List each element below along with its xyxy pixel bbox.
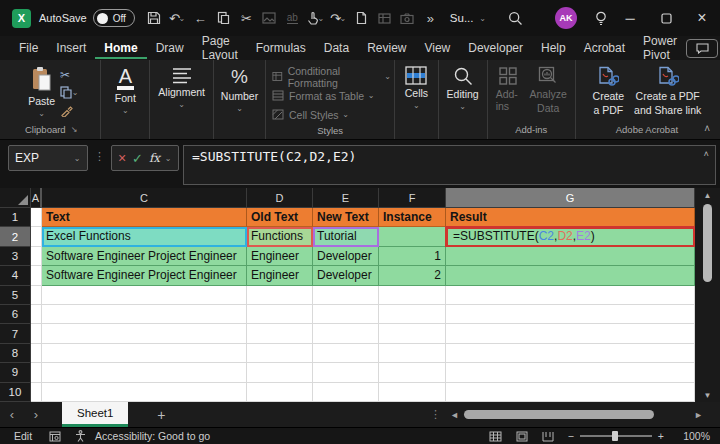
- zoom-slider-thumb[interactable]: [612, 431, 618, 441]
- cell-G6[interactable]: [446, 305, 695, 324]
- cell-A3[interactable]: [31, 247, 42, 266]
- cell-G9[interactable]: [446, 363, 695, 382]
- scroll-right-icon[interactable]: ►: [694, 410, 703, 420]
- zoom-level[interactable]: 100%: [678, 430, 710, 442]
- name-box[interactable]: EXP ⌄: [8, 145, 88, 171]
- cell-F4[interactable]: 2: [379, 266, 446, 285]
- editing-button[interactable]: Editing ⌄: [442, 65, 484, 112]
- cut-icon[interactable]: ✂: [235, 5, 258, 31]
- alignment-button[interactable]: Alignment ⌄: [153, 65, 210, 110]
- cut-button[interactable]: ✂: [60, 67, 79, 82]
- cell-A10[interactable]: [31, 383, 42, 402]
- cell-D4[interactable]: Engineer: [247, 266, 313, 285]
- row-header-2[interactable]: 2: [0, 227, 31, 246]
- cell-D7[interactable]: [247, 324, 313, 343]
- scroll-left-icon[interactable]: ◄: [450, 410, 459, 420]
- horizontal-scrollbar-thumb[interactable]: [464, 410, 654, 419]
- insert-function-icon[interactable]: fx: [149, 151, 160, 165]
- normal-view-icon[interactable]: [489, 431, 502, 442]
- cell-G1[interactable]: Result: [446, 208, 695, 227]
- cancel-entry-icon[interactable]: ×: [118, 150, 126, 166]
- cell-G10[interactable]: [446, 383, 695, 402]
- comments-button[interactable]: [686, 39, 718, 58]
- font-button[interactable]: A Font ⌄: [110, 65, 141, 116]
- formula-input[interactable]: =SUBSTITUTE(C2,D2,E2) ˄: [183, 145, 716, 185]
- copy-chevron-icon[interactable]: ⌄: [71, 88, 79, 97]
- cell-A7[interactable]: [31, 324, 42, 343]
- cell-D1[interactable]: Old Text: [247, 208, 313, 227]
- cell-E5[interactable]: [313, 286, 379, 305]
- vertical-scrollbar-thumb[interactable]: [703, 204, 712, 282]
- scroll-down-icon[interactable]: ▼: [704, 388, 712, 402]
- row-header-7[interactable]: 7: [0, 324, 31, 343]
- tab-file[interactable]: File: [10, 38, 47, 59]
- cells-button[interactable]: Cells ⌄: [400, 65, 433, 111]
- cell-C6[interactable]: [42, 305, 247, 324]
- cell-F10[interactable]: [379, 383, 446, 402]
- formula-bar-grip-icon[interactable]: ⋮: [92, 145, 107, 163]
- cell-E7[interactable]: [313, 324, 379, 343]
- cell-E3[interactable]: Developer: [313, 247, 379, 266]
- tab-home[interactable]: Home: [95, 38, 146, 59]
- autosave-toggle[interactable]: Off: [93, 9, 135, 27]
- column-header-E[interactable]: E: [313, 188, 379, 208]
- excel-logo-icon[interactable]: X: [12, 9, 31, 28]
- cell-G4[interactable]: [446, 266, 695, 285]
- search-icon[interactable]: [504, 5, 527, 31]
- cell-C2[interactable]: Excel Functions: [42, 227, 247, 246]
- collapse-formula-bar-icon[interactable]: ˄: [704, 149, 709, 160]
- cell-D3[interactable]: Engineer: [247, 247, 313, 266]
- new-file-icon[interactable]: [350, 5, 373, 31]
- save-icon[interactable]: [143, 5, 166, 31]
- row-header-3[interactable]: 3: [0, 247, 31, 266]
- cell-F2[interactable]: [379, 227, 446, 246]
- cell-F7[interactable]: [379, 324, 446, 343]
- tab-insert[interactable]: Insert: [47, 38, 95, 59]
- column-header-F[interactable]: F: [379, 188, 446, 208]
- add-sheet-icon[interactable]: +: [146, 407, 176, 423]
- row-header-10[interactable]: 10: [0, 383, 31, 402]
- cell-E4[interactable]: Developer: [313, 266, 379, 285]
- cell-G5[interactable]: [446, 286, 695, 305]
- sheet-tab-sheet1[interactable]: Sheet1: [62, 402, 128, 427]
- document-title[interactable]: Su... ⌄: [450, 12, 487, 24]
- tab-view[interactable]: View: [415, 38, 459, 59]
- row-header-4[interactable]: 4: [0, 266, 31, 285]
- next-sheet-icon[interactable]: ›: [24, 407, 48, 422]
- number-button[interactable]: % Number ⌄: [216, 65, 263, 114]
- cell-C7[interactable]: [42, 324, 247, 343]
- vertical-scrollbar[interactable]: ▲ ▼: [695, 188, 720, 402]
- row-header-8[interactable]: 8: [0, 344, 31, 363]
- scroll-up-icon[interactable]: ▲: [704, 188, 712, 202]
- clipboard-dialog-launcher-icon[interactable]: ↘: [71, 125, 78, 134]
- cell-D9[interactable]: [247, 363, 313, 382]
- undo-icon[interactable]: ↶⌄: [166, 5, 189, 31]
- horizontal-scrollbar[interactable]: [462, 410, 690, 420]
- avatar[interactable]: AK: [555, 7, 577, 29]
- tab-help[interactable]: Help: [532, 38, 575, 59]
- paste-button[interactable]: Paste ⌄: [23, 65, 60, 119]
- cell-A5[interactable]: [31, 286, 42, 305]
- cell-F9[interactable]: [379, 363, 446, 382]
- format-painter-button[interactable]: [60, 103, 79, 118]
- cell-D6[interactable]: [247, 305, 313, 324]
- column-header-D[interactable]: D: [247, 188, 313, 208]
- cell-A6[interactable]: [31, 305, 42, 324]
- cell-E1[interactable]: New Text: [313, 208, 379, 227]
- tabbar-grip-icon[interactable]: ⋮: [430, 408, 441, 421]
- ink-chevron-icon[interactable]: ⌄: [317, 14, 325, 23]
- create-pdf-share-button[interactable]: Create a PDF and Share link: [629, 65, 706, 117]
- tab-acrobat[interactable]: Acrobat: [575, 38, 634, 59]
- namebox-chevron-icon[interactable]: ⌄: [73, 154, 81, 163]
- page-layout-view-icon[interactable]: [516, 431, 528, 442]
- cell-E2[interactable]: Tutorial: [313, 227, 379, 246]
- cell-A8[interactable]: [31, 344, 42, 363]
- column-header-A[interactable]: A: [31, 188, 42, 208]
- column-header-C[interactable]: C: [42, 188, 247, 208]
- tab-developer[interactable]: Developer: [459, 38, 532, 59]
- cell-C4[interactable]: Software Engineer Project Engineer: [42, 266, 247, 285]
- tab-data[interactable]: Data: [315, 38, 358, 59]
- zoom-slider[interactable]: [580, 435, 652, 437]
- cell-E9[interactable]: [313, 363, 379, 382]
- collapse-ribbon-icon[interactable]: ˄: [704, 123, 710, 134]
